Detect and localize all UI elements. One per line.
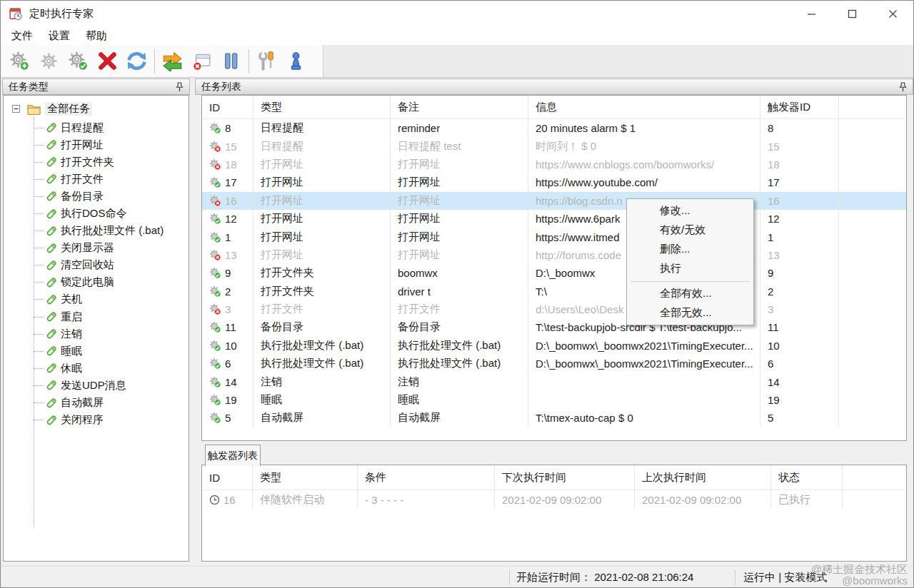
tree-item[interactable]: 睡眠 [4, 343, 189, 360]
task-row[interactable]: 6 执行批处理文件 (.bat) 执行批处理文件 (.bat) D:\_boom… [202, 355, 906, 372]
tree-item[interactable]: 关机 [4, 291, 189, 308]
column-header-status[interactable]: 状态 [771, 465, 843, 490]
tree-item[interactable]: 发送UDP消息 [4, 377, 189, 394]
tree-item[interactable]: 日程提醒 [4, 119, 189, 136]
column-header-type[interactable]: 类型 [253, 465, 358, 490]
column-header-id[interactable]: ID [202, 96, 253, 118]
close-button[interactable] [873, 1, 913, 26]
task-info: D:\_boomwx [536, 267, 595, 279]
window-controls [791, 1, 913, 26]
clear-list-button[interactable] [187, 46, 216, 76]
tree-item[interactable]: 打开文件夹 [4, 153, 189, 171]
tree-item[interactable]: 注销 [4, 325, 189, 343]
add-task-button[interactable] [5, 46, 34, 76]
task-info: https://www.cnblogs.com/boomworks/ [536, 158, 714, 171]
tree-collapse-icon[interactable] [12, 105, 20, 113]
task-row[interactable]: 1 打开网址 打开网址 https://www.itmed 1 [202, 228, 906, 245]
tree-item-label: 重启 [61, 310, 82, 324]
task-row[interactable]: 18 打开网址 打开网址 https://www.cnblogs.com/boo… [202, 156, 906, 173]
task-row[interactable]: 16 打开网址 打开网址 https://blog.csdn.n 16 [202, 192, 906, 210]
about-button[interactable] [281, 46, 311, 76]
task-row[interactable]: 2 打开文件夹 driver t T:\ 2 [202, 283, 906, 300]
context-menu-item-label: 全部有效... [660, 287, 712, 300]
tree-item[interactable]: 自动截屏 [4, 395, 189, 412]
pushpin-icon[interactable] [899, 81, 907, 93]
delete-task-button[interactable] [93, 46, 122, 76]
tree-item[interactable]: 备份目录 [4, 188, 189, 205]
tree-item[interactable]: 执行DOS命令 [4, 205, 189, 222]
task-info: http://forums.code [536, 249, 621, 261]
task-note: 注销 [391, 372, 528, 390]
task-trigger-id: 10 [760, 337, 839, 355]
menu-item[interactable]: 文件 [4, 29, 41, 43]
task-id: 8 [225, 122, 231, 134]
menu-item[interactable]: 设置 [41, 29, 78, 43]
tree-item[interactable]: 打开文件 [4, 171, 189, 188]
task-info: d:\Users\Leo\Desk [536, 303, 623, 315]
tree-item[interactable]: 清空回收站 [4, 257, 189, 274]
task-row[interactable]: 14 注销 注销 14 [202, 372, 906, 390]
tree-item[interactable]: 锁定此电脑 [4, 274, 189, 291]
task-row[interactable]: 19 睡眠 睡眠 19 [202, 391, 906, 409]
trigger-list-tab[interactable]: 触发器列表 [205, 445, 261, 466]
context-menu-item-label: 修改... [660, 204, 690, 218]
context-menu-item[interactable]: 执行 [627, 259, 753, 278]
tree-item[interactable]: 关闭显示器 [4, 240, 189, 257]
task-note: 执行批处理文件 (.bat) [391, 337, 528, 355]
tree-root-all-tasks[interactable]: 全部任务 [4, 101, 189, 117]
tree-item-label: 日程提醒 [61, 121, 104, 135]
column-header-next-run[interactable]: 下次执行时间 [495, 465, 635, 490]
tag-icon [46, 311, 57, 323]
tree-item[interactable]: 关闭程序 [4, 412, 189, 429]
minimize-button[interactable] [791, 1, 832, 26]
tools-button[interactable] [252, 46, 281, 76]
task-row[interactable]: 9 打开文件夹 boomwx D:\_boomwx 9 [202, 264, 906, 282]
pause-button[interactable] [216, 46, 246, 76]
column-header-info[interactable]: 信息 [528, 96, 760, 118]
reorder-button[interactable] [158, 46, 187, 76]
column-header-condition[interactable]: 条件 [358, 465, 495, 490]
context-menu-item[interactable]: 全部有效... [627, 284, 753, 303]
task-row[interactable]: 8 日程提醒 reminder 20 minutes alarm $ 1 8 [202, 119, 906, 137]
column-header-id[interactable]: ID [202, 465, 253, 490]
column-header-type[interactable]: 类型 [253, 96, 391, 118]
column-header-trigger-id[interactable]: 触发器ID [760, 96, 839, 118]
tree-item[interactable]: 休眠 [4, 360, 189, 377]
context-menu-item[interactable]: 修改... [627, 201, 753, 220]
task-row[interactable]: 10 执行批处理文件 (.bat) 执行批处理文件 (.bat) D:\_boo… [202, 337, 906, 355]
column-header-filler [839, 96, 906, 118]
task-row[interactable]: 12 打开网址 打开网址 https://www.6park 12 [202, 210, 906, 228]
enable-task-button[interactable] [64, 46, 93, 76]
task-row[interactable]: 5 自动截屏 自动截屏 T:\tmex-auto-cap $ 0 5 [202, 409, 906, 427]
task-row[interactable]: 3 打开文件 打开文件 d:\Users\Leo\Desk 3 [202, 300, 906, 318]
task-state-icon [209, 394, 221, 406]
context-menu-item[interactable]: 全部无效... [627, 303, 753, 323]
task-type: 打开网址 [253, 192, 391, 210]
task-id: 13 [225, 249, 237, 261]
trigger-id: 16 [224, 494, 236, 506]
task-row[interactable]: 15 日程提醒 日程提醒 test 时间到！ $ 0 15 [202, 137, 906, 155]
task-row[interactable]: 13 打开网址 打开网址 http://forums.code... 13 [202, 246, 906, 264]
menu-item[interactable]: 帮助 [78, 29, 115, 43]
task-id: 9 [225, 267, 231, 279]
trigger-row[interactable]: 16 伴随软件启动 - 3 - - - - 2021-02-09 09:02:0… [202, 490, 906, 509]
tree-item[interactable]: 重启 [4, 308, 189, 325]
refresh-button[interactable] [122, 46, 151, 76]
tag-icon [46, 397, 57, 409]
maximize-button[interactable] [832, 1, 873, 26]
tree-item[interactable]: 打开网址 [4, 136, 189, 153]
task-row[interactable]: 11 备份目录 备份目录 T:\test-backupjob-srcdir $ … [202, 318, 906, 336]
edit-task-button[interactable] [34, 46, 64, 76]
tree-root-label: 全部任务 [45, 102, 92, 116]
pause-icon [221, 51, 241, 71]
tree-item[interactable]: 执行批处理文件 (.bat) [4, 223, 189, 240]
pushpin-icon[interactable] [176, 81, 184, 93]
tree-item-label: 锁定此电脑 [61, 275, 114, 289]
context-menu-item[interactable]: 删除... [627, 240, 753, 259]
tag-icon [46, 345, 57, 357]
column-header-note[interactable]: 备注 [391, 96, 528, 118]
task-id: 12 [225, 213, 237, 225]
context-menu-item[interactable]: 有效/无效 [627, 220, 753, 240]
task-row[interactable]: 17 打开网址 打开网址 https://www.youtube.com/ 17 [202, 173, 906, 191]
column-header-last-run[interactable]: 上次执行时间 [635, 465, 771, 490]
